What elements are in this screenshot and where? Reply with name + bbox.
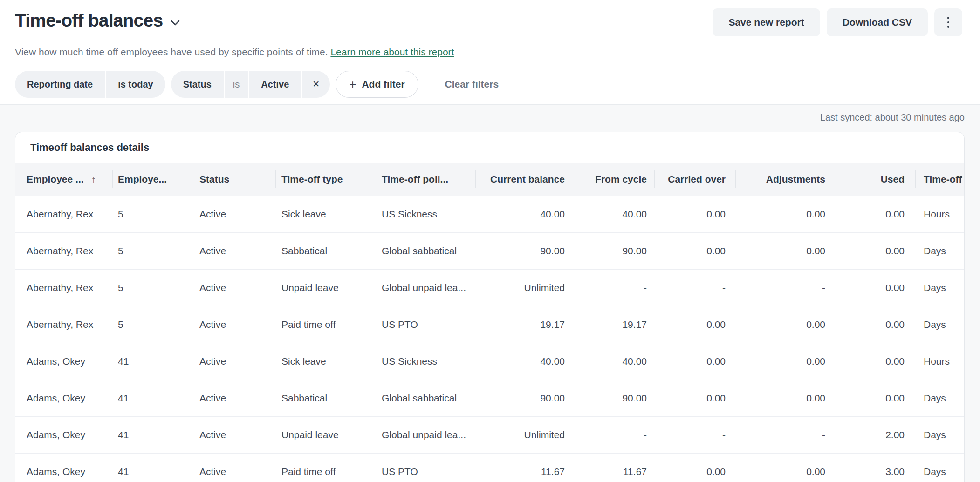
table-row[interactable]: Abernathy, Rex5ActiveSick leaveUS Sickne… [15, 196, 964, 232]
filter-chip-group[interactable]: Reporting dateis today [15, 71, 165, 98]
report-card: Timeoff balances details Employee ...↑Em… [15, 132, 965, 482]
table-cell: Days [915, 270, 964, 306]
table-cell: 90.00 [475, 380, 582, 416]
table-cell: Active [193, 306, 275, 343]
table-cell: Global sabbatical [376, 233, 475, 269]
table-cell: Active [193, 380, 275, 416]
table-cell: 0.00 [654, 343, 735, 380]
table-cell: - [735, 417, 838, 453]
plus-icon: + [349, 78, 356, 90]
clear-filters-button[interactable]: Clear filters [445, 79, 499, 90]
filter-chip-segment[interactable]: Status [171, 71, 224, 98]
table-cell: 41 [112, 417, 193, 453]
filter-groups: Reporting dateis todayStatusisActive✕ [15, 71, 330, 98]
table-cell: Active [193, 233, 275, 269]
download-csv-button[interactable]: Download CSV [827, 8, 928, 36]
table-cell: Hours [915, 196, 964, 232]
column-header[interactable]: Adjustments [735, 163, 838, 196]
table-cell: Unpaid leave [275, 417, 376, 453]
column-header[interactable]: Current balance [475, 163, 582, 196]
table-cell: 0.00 [838, 380, 915, 416]
filter-chip-group[interactable]: StatusisActive✕ [171, 71, 330, 98]
column-header[interactable]: From cycle [582, 163, 654, 196]
more-actions-button[interactable] [934, 8, 962, 36]
table-header-row: Employee ...↑Employe...StatusTime-off ty… [15, 163, 964, 196]
table-cell: 90.00 [475, 233, 582, 269]
column-header[interactable]: Employe... [112, 163, 193, 196]
table-cell: Global unpaid lea... [376, 417, 475, 453]
table-cell: Sabbatical [275, 233, 376, 269]
table-cell: 3.00 [838, 454, 915, 482]
table-cell: Adams, Okey [15, 380, 112, 416]
column-header[interactable]: Carried over [654, 163, 735, 196]
table-cell: Unpaid leave [275, 270, 376, 306]
learn-more-link[interactable]: Learn more about this report [330, 47, 454, 57]
table-row[interactable]: Abernathy, Rex5ActivePaid time offUS PTO… [15, 306, 964, 343]
table-cell: Global sabbatical [376, 380, 475, 416]
filter-remove-button[interactable]: ✕ [302, 71, 330, 98]
table-cell: Days [915, 380, 964, 416]
table-cell: - [582, 417, 654, 453]
filter-chip-segment[interactable]: is [225, 71, 248, 98]
table-cell: - [654, 417, 735, 453]
table-cell: Abernathy, Rex [15, 306, 112, 343]
table-row[interactable]: Adams, Okey41ActivePaid time offUS PTO11… [15, 453, 964, 482]
table-cell: 0.00 [735, 454, 838, 482]
table-cell: 0.00 [654, 454, 735, 482]
table-cell: Hours [915, 343, 964, 380]
report-description: View how much time off employees have us… [15, 47, 454, 58]
column-header[interactable]: Time-off [915, 163, 964, 196]
report-description-text: View how much time off employees have us… [15, 47, 328, 57]
table-cell: 90.00 [582, 380, 654, 416]
filter-divider [432, 75, 432, 94]
table-cell: 0.00 [838, 196, 915, 232]
table-cell: 0.00 [654, 380, 735, 416]
chevron-down-icon[interactable] [170, 20, 180, 26]
table-row[interactable]: Adams, Okey41ActiveUnpaid leaveGlobal un… [15, 416, 964, 453]
table-cell: Active [193, 196, 275, 232]
table-cell: 0.00 [735, 306, 838, 343]
column-header[interactable]: Employee ...↑ [15, 163, 112, 196]
table-cell: US PTO [376, 454, 475, 482]
table-title: Timeoff balances details [15, 132, 964, 163]
table-row[interactable]: Adams, Okey41ActiveSick leaveUS Sickness… [15, 343, 964, 380]
table-cell: 40.00 [475, 343, 582, 380]
table-cell: Global unpaid lea... [376, 270, 475, 306]
filter-chip-segment[interactable]: Active [249, 71, 301, 98]
table-cell: Abernathy, Rex [15, 196, 112, 232]
table-cell: Paid time off [275, 454, 376, 482]
filter-chip-segment[interactable]: is today [106, 71, 165, 98]
table-row[interactable]: Abernathy, Rex5ActiveUnpaid leaveGlobal … [15, 269, 964, 306]
table-cell: Adams, Okey [15, 454, 112, 482]
table-cell: Days [915, 233, 964, 269]
table-cell: 5 [112, 233, 193, 269]
table-cell: Active [193, 343, 275, 380]
table-cell: 41 [112, 380, 193, 416]
table-cell: 5 [112, 196, 193, 232]
save-new-report-button[interactable]: Save new report [713, 8, 820, 36]
table-cell: Sabbatical [275, 380, 376, 416]
table-cell: Days [915, 306, 964, 343]
column-header[interactable]: Status [193, 163, 275, 196]
column-header[interactable]: Time-off poli... [376, 163, 475, 196]
table-cell: Active [193, 454, 275, 482]
table-row[interactable]: Abernathy, Rex5ActiveSabbaticalGlobal sa… [15, 232, 964, 269]
add-filter-button[interactable]: + Add filter [336, 71, 418, 98]
table-cell: 2.00 [838, 417, 915, 453]
table-cell: 0.00 [838, 233, 915, 269]
table-cell: Paid time off [275, 306, 376, 343]
table-cell: 0.00 [735, 343, 838, 380]
table-cell: 40.00 [582, 196, 654, 232]
column-header[interactable]: Time-off type [275, 163, 376, 196]
column-header[interactable]: Used [838, 163, 915, 196]
table-row[interactable]: Adams, Okey41ActiveSabbaticalGlobal sabb… [15, 380, 964, 416]
header-actions: Save new report Download CSV [713, 8, 962, 36]
table-cell: Days [915, 417, 964, 453]
table-cell: 0.00 [735, 196, 838, 232]
filter-chip-segment[interactable]: Reporting date [15, 71, 105, 98]
table-cell: 0.00 [654, 306, 735, 343]
page-title: Time-off balances [15, 10, 163, 31]
table-cell: 0.00 [838, 343, 915, 380]
table-cell: - [735, 270, 838, 306]
table-cell: Unlimited [475, 417, 582, 453]
